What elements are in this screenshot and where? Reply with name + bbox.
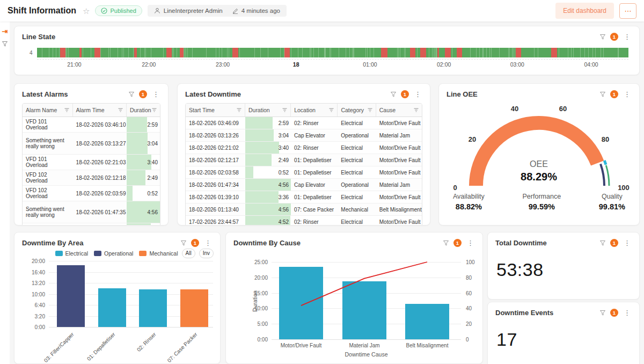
- metric-value: 99.59%: [523, 202, 561, 211]
- gauge-value: 88.29%: [521, 171, 557, 183]
- alarm-row[interactable]: VFD 101 Overload18-02-2026 03:46:102:59: [23, 117, 160, 133]
- duration-cell: 4:56: [245, 203, 291, 215]
- panel-menu-icon[interactable]: ⋮: [413, 91, 422, 98]
- filter-icon[interactable]: [599, 91, 606, 98]
- panel-menu-icon[interactable]: ⋮: [623, 239, 632, 246]
- panel-menu-icon[interactable]: ⋮: [623, 309, 632, 316]
- downtime-row[interactable]: 18-02-2026 02:12:172:4901: DepalletiserE…: [186, 154, 422, 166]
- column-filter-icon[interactable]: [368, 108, 372, 112]
- stopped-segment[interactable]: [457, 48, 462, 57]
- downtime-row[interactable]: 18-02-2026 01:39:103:3601: DepalletiserE…: [186, 191, 422, 203]
- filter-icon[interactable]: [180, 240, 187, 246]
- alarm-row[interactable]: VFD 102 Overload18-02-2026 01:39:113:35: [23, 223, 160, 225]
- stopped-segment[interactable]: [94, 48, 100, 57]
- column-header[interactable]: Alarm Time: [73, 104, 127, 117]
- downtime-row[interactable]: 18-02-2026 03:13:263:04Cap ElevatorOpera…: [186, 129, 422, 142]
- gauge-arc-oee: [476, 123, 597, 186]
- downtime-row[interactable]: 18-02-2026 01:47:344:56Cap ElevatorOpera…: [186, 179, 422, 191]
- alarm-time: 18-02-2026 03:46:10: [73, 117, 127, 132]
- column-filter-icon[interactable]: [237, 108, 241, 112]
- column-header[interactable]: Category: [338, 104, 376, 117]
- header-more-button[interactable]: ⋯: [619, 3, 636, 19]
- column-filter-icon[interactable]: [118, 108, 123, 112]
- stopped-segment[interactable]: [134, 48, 137, 57]
- panel-menu-icon[interactable]: ⋮: [623, 91, 632, 98]
- gauge-label: OEE: [530, 159, 548, 169]
- panel-menu-icon[interactable]: ⋮: [203, 239, 213, 246]
- metric-performance: Performance 99.59%: [523, 193, 561, 211]
- legend-item[interactable]: Mechanical: [139, 250, 178, 257]
- alarm-row[interactable]: VFD 101 Overload18-02-2026 02:21:033:40: [23, 155, 160, 170]
- panel-menu-icon[interactable]: ⋮: [466, 239, 475, 246]
- filter-icon[interactable]: [128, 91, 135, 98]
- filter-icon[interactable]: [443, 240, 449, 246]
- column-header[interactable]: Alarm Name: [23, 104, 73, 117]
- duration-bar: [127, 117, 147, 132]
- panel-menu-icon[interactable]: ⋮: [623, 33, 632, 40]
- downtime-row[interactable]: 18-02-2026 01:13:404:5607: Case PackerMe…: [186, 203, 422, 216]
- duration-cell: 2:49: [245, 154, 291, 166]
- bar-07-case-packer[interactable]: [180, 289, 208, 327]
- location: Cap Elevator: [291, 129, 338, 141]
- legend-button-all[interactable]: All: [182, 249, 195, 258]
- location: 02: Rinser: [291, 142, 338, 154]
- stopped-segment[interactable]: [445, 48, 451, 57]
- downtime-row[interactable]: 18-02-2026 02:03:580:5201: DepalletiserE…: [186, 166, 422, 179]
- alarm-row[interactable]: Something went really wrong18-02-2026 01…: [23, 201, 160, 223]
- filter-icon[interactable]: [599, 310, 606, 316]
- stopped-segment[interactable]: [516, 48, 521, 57]
- alarm-row[interactable]: VFD 102 Overload18-02-2026 02:12:182:49: [23, 170, 160, 186]
- column-filter-icon[interactable]: [152, 108, 157, 112]
- filter-count-badge: 1: [610, 239, 618, 247]
- line-state-timeline[interactable]: [37, 48, 628, 57]
- y-tick-label: 0:00: [258, 337, 272, 343]
- alarm-row[interactable]: Something went really wrong18-02-2026 03…: [23, 133, 160, 155]
- stopped-segment[interactable]: [551, 48, 557, 57]
- stopped-segment[interactable]: [381, 48, 387, 57]
- collapse-sidebar-icon[interactable]: ⇥: [2, 28, 8, 35]
- stopped-segment[interactable]: [420, 48, 426, 57]
- bar-02-rinser[interactable]: [139, 289, 167, 327]
- duration-value: 2:49: [148, 175, 158, 181]
- column-header[interactable]: Location: [291, 104, 338, 117]
- global-filter-icon[interactable]: [2, 41, 8, 47]
- stopped-segment[interactable]: [166, 48, 171, 57]
- stopped-segment[interactable]: [410, 48, 415, 57]
- edit-dashboard-button[interactable]: Edit dashboard: [555, 3, 614, 19]
- downtime-row[interactable]: 18-02-2026 02:21:023:4002: RinserElectri…: [186, 142, 422, 154]
- stopped-segment[interactable]: [79, 48, 82, 57]
- alarm-row[interactable]: VFD 102 Overload18-02-2026 02:03:590:52: [23, 186, 160, 201]
- stopped-segment[interactable]: [232, 48, 239, 57]
- bar-03-filler-capper[interactable]: [57, 265, 85, 327]
- alarm-time: 18-02-2026 02:12:18: [73, 170, 127, 185]
- column-filter-icon[interactable]: [64, 108, 69, 112]
- y-tick-label: 20:00: [254, 274, 272, 280]
- favorite-star-icon[interactable]: ☆: [83, 7, 90, 15]
- filter-icon[interactable]: [390, 91, 397, 98]
- legend-button-inv[interactable]: Inv: [199, 249, 214, 258]
- column-filter-icon[interactable]: [329, 108, 334, 112]
- column-header[interactable]: Cause: [376, 104, 422, 117]
- stopped-segment[interactable]: [180, 48, 184, 57]
- filter-icon[interactable]: [599, 34, 606, 40]
- downtime-row[interactable]: 18-02-2026 03:46:092:5902: RinserElectri…: [186, 117, 422, 129]
- downtime-row[interactable]: 17-02-2026 23:44:574:5202: RinserElectri…: [186, 216, 422, 225]
- stopped-segment[interactable]: [60, 48, 65, 57]
- metric-value: 88.82%: [453, 202, 485, 211]
- stopped-segment[interactable]: [284, 48, 290, 57]
- column-header[interactable]: Duration: [245, 104, 291, 117]
- column-filter-icon[interactable]: [414, 108, 419, 112]
- legend-item[interactable]: Operational: [94, 250, 133, 257]
- panel-title: Downtime Events: [495, 309, 599, 317]
- bar-01-depalletiser[interactable]: [98, 288, 126, 327]
- stopped-segment[interactable]: [437, 48, 439, 57]
- filter-icon[interactable]: [599, 240, 606, 246]
- status-badge[interactable]: Published: [95, 5, 142, 16]
- axis-tick-label: 04:00: [584, 61, 598, 68]
- column-filter-icon[interactable]: [282, 108, 287, 112]
- panel-menu-icon[interactable]: ⋮: [151, 91, 160, 98]
- column-header[interactable]: Duration: [127, 104, 160, 117]
- legend-item[interactable]: Electrical: [55, 250, 89, 257]
- column-header[interactable]: Start Time: [186, 104, 245, 117]
- dashboard-page: Shift Information ☆ Published LineInterp…: [0, 0, 644, 364]
